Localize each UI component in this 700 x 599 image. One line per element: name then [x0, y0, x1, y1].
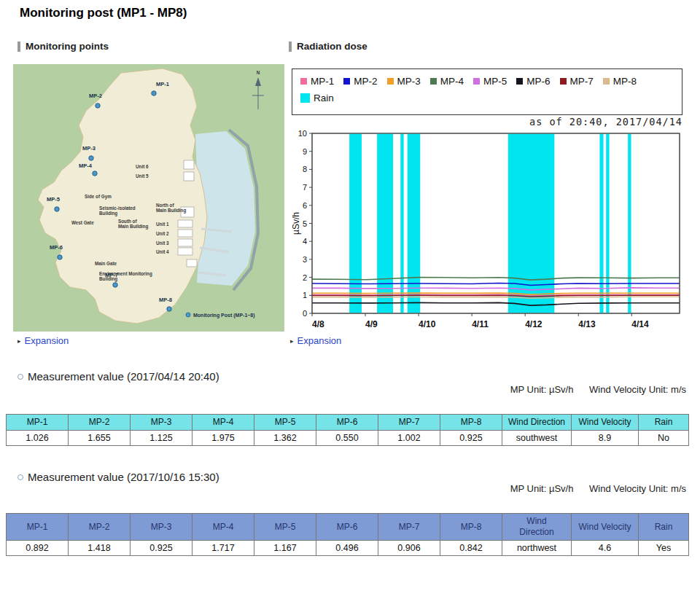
x-tick-label: 4/9 — [365, 319, 378, 329]
legend-item-rain: Rain — [300, 93, 334, 103]
rain-band — [400, 134, 403, 313]
chart-expansion-link[interactable]: ▸ Expansion — [290, 335, 341, 346]
table-cell: 1.362 — [254, 431, 316, 446]
column-header: MP-8 — [440, 514, 502, 541]
table-cell: 1.717 — [192, 541, 254, 556]
column-header: Wind Velocity — [572, 415, 639, 431]
building — [178, 239, 192, 246]
building — [184, 172, 194, 181]
legend-swatch-icon — [560, 78, 567, 85]
table-cell: Yes — [639, 541, 689, 556]
legend-label: MP-7 — [570, 76, 594, 87]
column-header: MP-3 — [131, 415, 192, 431]
mp-dot-mp-1 — [152, 91, 156, 95]
measurement-table-2: MP-1MP-2MP-3MP-4MP-5MP-6MP-7MP-8Wind Dir… — [6, 513, 689, 556]
map-building-label: Unit 5 — [136, 173, 149, 179]
rain-band — [599, 134, 603, 313]
mp-unit-label: MP Unit: µSv/h — [510, 384, 574, 395]
y-tick-label: 10 — [298, 130, 307, 138]
column-header: MP-2 — [69, 514, 131, 541]
legend-item-mp-5: MP-5 — [473, 76, 507, 87]
legend-item-mp-8: MP-8 — [603, 76, 637, 87]
x-tick-label: 4/11 — [472, 319, 489, 329]
map-building-label: Main Gate — [95, 261, 117, 266]
mp-dot-mp-8 — [167, 307, 171, 311]
section-bar-icon — [18, 42, 20, 52]
legend-item-mp-1: MP-1 — [300, 76, 334, 87]
measurement-title-1: Measurement value (2017/04/14 20:40) — [28, 370, 219, 383]
table-cell: 0.892 — [7, 541, 69, 556]
column-header: MP-1 — [7, 514, 69, 541]
section-header-radiation-dose: Radiation dose — [289, 41, 368, 52]
column-header: MP-7 — [378, 514, 440, 541]
rain-band — [377, 134, 393, 313]
column-header: MP-6 — [316, 415, 378, 431]
mp-dot-mp-6 — [58, 255, 62, 259]
unit-note-1: MP Unit: µSv/h Wind Velocity Unit: m/s — [510, 384, 686, 395]
unit-note-2: MP Unit: µSv/h Wind Velocity Unit: m/s — [510, 483, 686, 494]
column-header: MP-6 — [316, 514, 378, 541]
legend-swatch-icon — [473, 78, 480, 85]
y-tick-label: 4 — [303, 237, 307, 246]
legend-swatch-icon — [300, 78, 307, 85]
map-building-label: West Gate — [71, 220, 94, 225]
wind-unit-label: Wind Velocity Unit: m/s — [589, 483, 686, 494]
map-expansion-link[interactable]: ▸ Expansion — [18, 335, 69, 346]
table-cell: 1.418 — [69, 541, 131, 556]
table-cell: 1.125 — [131, 431, 192, 446]
y-tick-label: 6 — [303, 201, 307, 210]
table-cell: 1.002 — [378, 431, 440, 446]
monitoring-page: Monitoring post (MP1 - MP8) Monitoring p… — [0, 0, 700, 599]
map-legend-label: Monitoring Post (MP-1~8) — [193, 313, 255, 318]
section-header-monitoring-points: Monitoring points — [18, 41, 109, 52]
section-bar-icon — [289, 42, 292, 52]
legend-swatch-icon — [387, 78, 394, 85]
table-cell: 0.925 — [440, 431, 502, 446]
column-header: MP-3 — [131, 514, 192, 541]
x-tick-label: 4/14 — [631, 319, 649, 329]
radiation-dose-chart: 0123456789104/84/94/104/114/124/134/14µS… — [290, 130, 684, 332]
y-tick-label: 2 — [303, 273, 307, 282]
table-cell: No — [639, 431, 689, 446]
chart-legend-row-2: Rain — [300, 93, 674, 103]
legend-label: MP-6 — [526, 76, 550, 87]
legend-swatch-icon — [300, 93, 310, 103]
column-header: MP-8 — [440, 415, 502, 431]
y-tick-label: 7 — [303, 183, 307, 192]
column-header: Rain — [639, 514, 689, 541]
mp-dot-mp-3 — [89, 156, 93, 160]
table-cell: 0.925 — [131, 541, 192, 556]
rain-band — [408, 134, 421, 313]
map-building-label: Unit 3 — [156, 240, 169, 246]
x-tick-label: 4/8 — [312, 319, 324, 329]
mp-label-mp-4: MP-4 — [79, 163, 93, 169]
column-header: MP-7 — [378, 415, 440, 431]
table-cell: 0.842 — [440, 541, 502, 556]
y-tick-label: 0 — [303, 309, 307, 318]
building — [187, 259, 197, 267]
map-building-label: Unit 4 — [156, 249, 169, 254]
y-tick-label: 3 — [303, 255, 307, 264]
legend-swatch-icon — [430, 78, 437, 85]
mp-dot-mp-7 — [113, 283, 117, 287]
chart-legend-row-1: MP-1MP-2MP-3MP-4MP-5MP-6MP-7MP-8 — [300, 76, 674, 87]
y-tick-label: 5 — [303, 219, 307, 228]
y-tick-label: 8 — [303, 165, 307, 173]
measurement-heading-2: Measurement value (2017/10/16 15:30) — [18, 471, 219, 483]
column-header: MP-4 — [192, 415, 254, 431]
legend-label: MP-5 — [483, 76, 507, 87]
x-tick-label: 4/10 — [419, 319, 436, 329]
column-header: MP-2 — [69, 415, 131, 431]
mp-dot-mp-2 — [96, 103, 100, 108]
mp-label-mp-5: MP-5 — [47, 196, 60, 203]
expansion-label: Expansion — [298, 335, 342, 346]
circle-icon — [18, 374, 23, 380]
table-cell: 1.655 — [69, 431, 131, 446]
legend-label: MP-8 — [613, 76, 637, 87]
column-header: MP-4 — [192, 514, 254, 541]
legend-item-mp-4: MP-4 — [430, 76, 464, 87]
building — [184, 160, 194, 169]
table-header-row: MP-1MP-2MP-3MP-4MP-5MP-6MP-7MP-8Wind Dir… — [7, 514, 689, 541]
rain-band — [508, 134, 555, 313]
y-axis-label: µSv/h — [291, 212, 301, 235]
